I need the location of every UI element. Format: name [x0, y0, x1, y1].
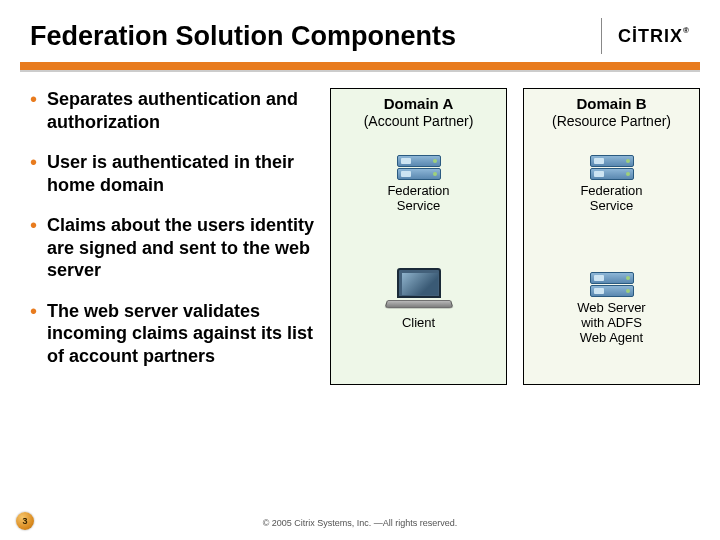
bullet-icon: • [30, 88, 37, 133]
bullet-icon: • [30, 151, 37, 196]
laptop-icon [385, 268, 453, 312]
server-stack-icon [590, 155, 634, 180]
orange-underline [20, 62, 700, 70]
bullet-item: • Claims about the users identity are si… [30, 214, 318, 282]
bullet-icon: • [30, 300, 37, 368]
bullet-text: The web server validates incoming claims… [47, 300, 318, 368]
bullet-list: • Separates authentication and authoriza… [30, 88, 330, 385]
bullet-item: • User is authenticated in their home do… [30, 151, 318, 196]
bullet-item: • Separates authentication and authoriza… [30, 88, 318, 133]
slide: Federation Solution Components CİTRIX® •… [0, 0, 720, 540]
bullet-text: User is authenticated in their home doma… [47, 151, 318, 196]
citrix-logo: CİTRIX® [618, 26, 690, 47]
copyright-footer: © 2005 Citrix Systems, Inc. —All rights … [0, 518, 720, 528]
federation-service-label: Federation Service [387, 184, 449, 214]
logo-divider [601, 18, 602, 54]
domain-b-title: Domain B [576, 95, 646, 113]
server-stack-icon [590, 272, 634, 297]
content-row: • Separates authentication and authoriza… [0, 80, 720, 385]
domain-b-subtitle: (Resource Partner) [552, 113, 671, 129]
domain-a-box: Domain A (Account Partner) Federation Se… [330, 88, 507, 385]
bullet-icon: • [30, 214, 37, 282]
bullet-text: Claims about the users identity are sign… [47, 214, 318, 282]
server-stack-icon [397, 155, 441, 180]
title-row: Federation Solution Components CİTRIX® [0, 0, 720, 62]
diagram: Domain A (Account Partner) Federation Se… [330, 88, 700, 385]
slide-title: Federation Solution Components [30, 21, 601, 52]
logo-text: CİTRIX [618, 26, 683, 46]
client-label: Client [402, 316, 435, 331]
bullet-text: Separates authentication and authorizati… [47, 88, 318, 133]
federation-service-label: Federation Service [580, 184, 642, 214]
domain-b-box: Domain B (Resource Partner) Federation S… [523, 88, 700, 385]
web-server-label: Web Server with ADFS Web Agent [577, 301, 645, 346]
domain-a-subtitle: (Account Partner) [364, 113, 474, 129]
gray-underline [20, 70, 700, 72]
bullet-item: • The web server validates incoming clai… [30, 300, 318, 368]
domain-a-title: Domain A [384, 95, 453, 113]
